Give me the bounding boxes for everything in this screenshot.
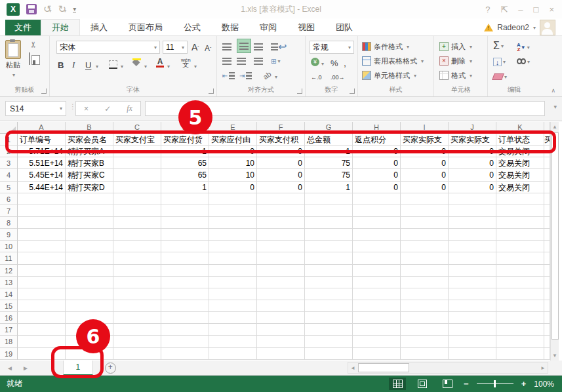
sheet-tab-1[interactable]: 1 (63, 361, 93, 376)
cell-K18[interactable] (496, 336, 544, 347)
cell-E19[interactable] (209, 348, 257, 360)
row-header-5[interactable]: 5 (0, 182, 18, 193)
cell-L10[interactable] (544, 241, 550, 252)
cell-J4[interactable]: 0 (449, 169, 496, 181)
alignment-dialog-launcher[interactable] (297, 88, 302, 94)
cell-L2[interactable] (544, 146, 550, 157)
cell-H4[interactable]: 0 (353, 169, 401, 181)
cell-G19[interactable] (305, 348, 353, 360)
row-header-15[interactable]: 15 (0, 300, 18, 312)
cell-E2[interactable]: 0 (209, 146, 257, 157)
cell-H6[interactable] (353, 193, 401, 205)
decrease-decimal-icon[interactable]: .00→ (331, 71, 345, 84)
cell-B10[interactable] (66, 241, 113, 252)
underline-dropdown-icon[interactable]: ▾ (96, 60, 98, 73)
cell-A8[interactable] (18, 217, 66, 229)
tab-home[interactable]: 开始 (41, 19, 80, 35)
cell-K14[interactable] (496, 288, 544, 300)
cell-E16[interactable] (209, 312, 257, 324)
cell-H10[interactable] (353, 241, 401, 252)
cell-B13[interactable] (66, 277, 113, 288)
zoom-out-button[interactable]: − (464, 379, 469, 389)
normal-view-button[interactable] (389, 378, 406, 390)
cell-D4[interactable]: 65 (161, 169, 209, 181)
cell-E7[interactable] (209, 205, 257, 217)
cell-D7[interactable] (161, 205, 209, 217)
cell-L1[interactable]: 买 (544, 134, 550, 146)
font-color-dropdown-icon[interactable]: ▾ (167, 60, 170, 73)
grow-font-button[interactable]: Aˆ (191, 41, 199, 54)
cell-E15[interactable] (209, 300, 257, 312)
cell-K11[interactable] (496, 252, 544, 264)
cell-B11[interactable] (66, 252, 113, 264)
cell-A18[interactable] (18, 336, 66, 347)
cell-E6[interactable] (209, 193, 257, 205)
delete-cells-button[interactable]: × 删除▾ (439, 54, 472, 68)
zoom-in-button[interactable]: + (521, 379, 527, 389)
cell-G3[interactable]: 75 (305, 157, 353, 169)
cell-G8[interactable] (305, 217, 353, 229)
cell-H9[interactable] (353, 229, 401, 241)
minimize-button[interactable]: – (518, 5, 523, 14)
cell-D18[interactable] (161, 336, 209, 347)
percent-style-icon[interactable]: % (331, 56, 338, 69)
cell-J3[interactable]: 0 (449, 157, 496, 169)
cell-K10[interactable] (496, 241, 544, 252)
cell-C5[interactable] (113, 182, 161, 193)
cell-F4[interactable]: 0 (257, 169, 305, 181)
cell-K2[interactable]: 交易关闭 (496, 146, 544, 157)
cell-J11[interactable] (449, 252, 496, 264)
phonetic-guide-icon[interactable]: wén文 (181, 58, 191, 67)
row-header-8[interactable]: 8 (0, 217, 18, 229)
column-header-partial[interactable] (544, 122, 550, 134)
cell-C18[interactable] (113, 336, 161, 347)
account-name[interactable]: Radeon2 (497, 23, 529, 32)
cell-G18[interactable] (305, 336, 353, 347)
cell-D10[interactable] (161, 241, 209, 252)
cell-H5[interactable]: 0 (353, 182, 401, 193)
cell-C13[interactable] (113, 277, 161, 288)
fill-button[interactable]: ↓▾ (493, 55, 506, 68)
row-header-19[interactable]: 19 (0, 348, 18, 360)
tab-review[interactable]: 审阅 (249, 20, 287, 35)
cell-F9[interactable] (257, 229, 305, 241)
column-header-K[interactable]: K (496, 122, 544, 134)
cell-J8[interactable] (449, 217, 496, 229)
cell-D9[interactable] (161, 229, 209, 241)
cell-I7[interactable] (401, 205, 449, 217)
phonetic-dropdown-icon[interactable]: ▾ (194, 60, 197, 73)
cell-B15[interactable] (66, 300, 113, 312)
cell-E11[interactable] (209, 252, 257, 264)
new-sheet-button[interactable]: + (105, 363, 116, 374)
cell-C1[interactable]: 买家支付宝 (113, 134, 161, 146)
cell-G7[interactable] (305, 205, 353, 217)
cell-I14[interactable] (401, 288, 449, 300)
cell-E10[interactable] (209, 241, 257, 252)
number-format-combobox[interactable]: 常规▾ (310, 41, 354, 54)
cell-C6[interactable] (113, 193, 161, 205)
cell-C8[interactable] (113, 217, 161, 229)
cut-icon[interactable]: ✂ (29, 41, 38, 48)
prev-sheet-icon[interactable]: ◄ (7, 364, 13, 372)
cell-B18[interactable] (66, 336, 113, 347)
cell-J7[interactable] (449, 205, 496, 217)
cell-F19[interactable] (257, 348, 305, 360)
cell-J15[interactable] (449, 300, 496, 312)
cell-H12[interactable] (353, 265, 401, 277)
cell-I19[interactable] (401, 348, 449, 360)
cell-J18[interactable] (449, 336, 496, 347)
column-header-I[interactable]: I (401, 122, 449, 134)
excel-app-icon[interactable]: X (7, 3, 20, 16)
font-color-icon[interactable]: A (156, 58, 164, 68)
cell-J19[interactable] (449, 348, 496, 360)
orientation-icon[interactable]: ab (260, 68, 274, 83)
cell-I2[interactable]: 0 (401, 146, 449, 157)
cell-F18[interactable] (257, 336, 305, 347)
cell-J6[interactable] (449, 193, 496, 205)
select-all-corner[interactable] (0, 122, 18, 134)
tab-team[interactable]: 团队 (325, 20, 363, 35)
column-header-B[interactable]: B (66, 122, 113, 134)
next-sheet-icon[interactable]: ► (22, 364, 29, 372)
middle-align-icon[interactable] (237, 39, 251, 53)
increase-decimal-icon[interactable]: ←.0 (311, 71, 322, 84)
